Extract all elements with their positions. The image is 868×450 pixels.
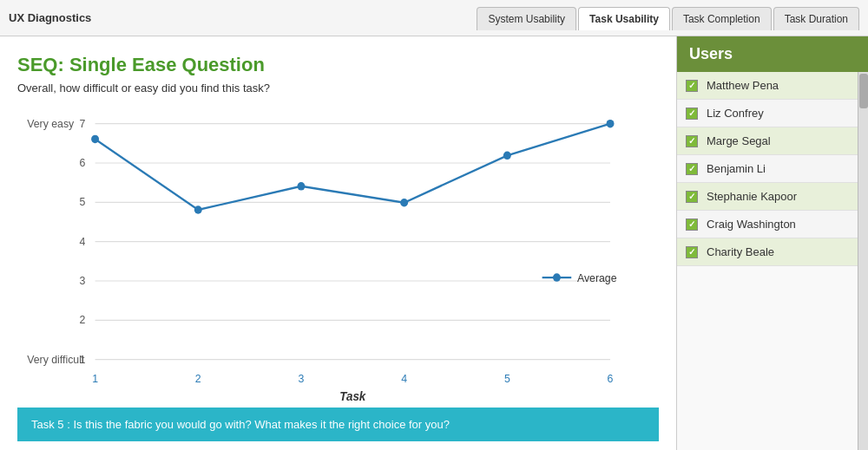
tab-task-duration[interactable]: Task Duration [773,7,859,30]
user-name-0: Matthew Pena [707,79,779,92]
svg-text:2: 2 [80,314,86,326]
svg-point-27 [503,152,511,160]
svg-text:2: 2 [195,372,201,384]
svg-text:4: 4 [401,372,407,384]
header: UX Diagnostics System Usability Task Usa… [0,0,868,36]
svg-text:6: 6 [608,372,614,384]
main-content: SEQ: Single Ease Question Overall, how d… [0,36,868,450]
scrollbar-thumb[interactable] [859,74,868,108]
user-item-0[interactable]: Matthew Pena [677,72,858,100]
user-checkbox-2[interactable] [686,135,698,147]
user-checkbox-0[interactable] [686,80,698,92]
svg-point-26 [400,199,408,206]
user-checkbox-5[interactable] [686,218,698,231]
left-panel: SEQ: Single Ease Question Overall, how d… [0,36,677,450]
svg-text:7: 7 [80,118,86,130]
chart-title: SEQ: Single Ease Question [17,54,659,76]
user-item-1[interactable]: Liz Confrey [677,100,858,127]
user-name-5: Craig Washington [707,218,796,231]
chart-area: 7 6 5 4 3 2 1 Very easy Very difficult 1… [17,103,659,401]
svg-text:5: 5 [80,196,86,208]
user-name-2: Marge Segal [707,134,771,147]
tab-task-completion[interactable]: Task Completion [672,7,772,30]
user-checkbox-4[interactable] [686,191,698,203]
svg-text:1: 1 [92,372,98,384]
tab-task-usability[interactable]: Task Usability [578,7,670,30]
user-name-1: Liz Confrey [707,107,764,120]
task-bar-text: Task 5 : Is this the fabric you would go… [31,418,450,431]
chart-subtitle: Overall, how difficult or easy did you f… [17,82,659,95]
svg-point-30 [553,273,561,281]
svg-point-24 [194,205,202,213]
svg-point-25 [297,182,305,190]
user-item-4[interactable]: Stephanie Kapoor [677,183,858,211]
users-header: Users [677,36,868,72]
right-panel: Users Matthew Pena Liz Confrey Marge Seg… [677,36,868,450]
user-name-6: Charity Beale [707,245,774,258]
user-name-4: Stephanie Kapoor [707,190,797,203]
svg-text:3: 3 [299,372,305,384]
user-item-5[interactable]: Craig Washington [677,211,858,238]
user-item-6[interactable]: Charity Beale [677,238,858,266]
tab-bar: System Usability Task Usability Task Com… [477,6,859,29]
svg-text:4: 4 [80,236,86,248]
user-checkbox-6[interactable] [686,246,698,258]
app-title: UX Diagnostics [9,11,91,24]
user-checkbox-3[interactable] [686,163,698,175]
svg-text:6: 6 [80,157,86,169]
svg-text:Average: Average [577,272,617,284]
tab-system-usability[interactable]: System Usability [477,7,576,30]
task-bar: Task 5 : Is this the fabric you would go… [17,408,659,441]
user-item-3[interactable]: Benjamin Li [677,155,858,183]
svg-text:Very easy: Very easy [27,118,75,130]
svg-text:5: 5 [504,372,510,384]
svg-point-23 [91,135,99,143]
user-checkbox-1[interactable] [686,108,698,120]
line-chart: 7 6 5 4 3 2 1 Very easy Very difficult 1… [17,103,659,401]
svg-text:3: 3 [80,275,86,287]
user-name-3: Benjamin Li [707,162,766,175]
user-item-2[interactable]: Marge Segal [677,127,858,155]
svg-text:Very difficult: Very difficult [27,354,85,366]
users-list: Matthew Pena Liz Confrey Marge Segal Ben… [677,72,858,450]
svg-text:Task: Task [339,389,366,401]
svg-point-28 [607,120,615,127]
scrollbar[interactable] [858,72,868,450]
